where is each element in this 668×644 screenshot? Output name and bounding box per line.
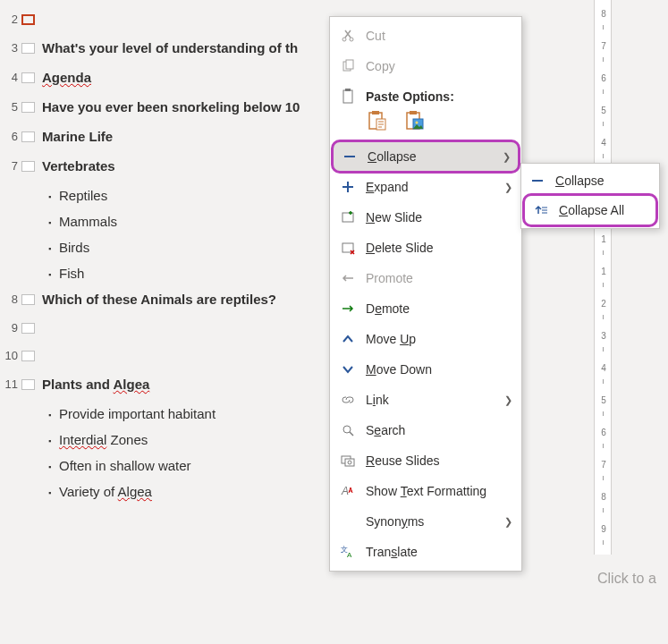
menu-label: Copy — [366, 59, 512, 73]
svg-rect-4 — [343, 90, 352, 103]
chevron-right-icon: ❯ — [504, 182, 512, 193]
scissors-icon — [339, 27, 357, 45]
menu-new-slide[interactable]: New Slide — [330, 202, 521, 233]
menu-translate[interactable]: 文A Translate — [330, 537, 521, 567]
menu-delete-slide[interactable]: Delete Slide — [330, 233, 521, 263]
svg-rect-21 — [345, 459, 354, 466]
move-up-icon — [339, 330, 357, 348]
submenu-collapse-all[interactable]: Collapse All — [522, 193, 658, 227]
menu-label: Link — [366, 393, 504, 407]
paste-use-destination-icon[interactable] — [366, 109, 389, 132]
menu-label: Collapse — [555, 174, 652, 188]
ruler-label: 6 — [597, 73, 610, 83]
delete-slide-icon — [339, 239, 357, 257]
slide-title[interactable]: Plants and Algea — [42, 377, 149, 392]
slide-title[interactable]: What's your level of understanding of th — [42, 40, 298, 55]
slide-number: 6 — [0, 130, 18, 143]
submenu-collapse[interactable]: Collapse — [521, 166, 659, 195]
menu-show-text-formatting[interactable]: A Show Text Formatting — [330, 476, 521, 506]
menu-reuse-slides[interactable]: Reuse Slides — [330, 445, 521, 476]
svg-point-18 — [343, 426, 351, 433]
slide-title[interactable]: Marine Life — [42, 129, 113, 144]
reuse-slides-icon — [339, 452, 357, 470]
menu-move-up[interactable]: Move Up — [330, 324, 521, 354]
menu-label: Search — [366, 423, 512, 437]
ruler-label: 7 — [597, 41, 610, 51]
menu-label: Move Up — [366, 332, 512, 346]
menu-label: Demote — [366, 301, 512, 316]
slide-thumbnail-icon[interactable] — [21, 102, 35, 113]
ruler-label: 4 — [597, 138, 610, 148]
slide-number: 2 — [0, 13, 18, 26]
menu-label: Show Text Formatting — [366, 484, 512, 498]
slide-number: 8 — [0, 292, 18, 306]
menu-label: Move Down — [366, 362, 512, 377]
slide-number: 11 — [0, 377, 18, 391]
menu-link[interactable]: Link ❯ — [330, 385, 521, 415]
slide-thumbnail-icon[interactable] — [21, 131, 35, 142]
ruler-label: 3 — [597, 331, 610, 341]
menu-paste-options-row: Paste Options: — [330, 81, 521, 106]
collapse-submenu: Collapse Collapse All — [520, 163, 660, 229]
search-icon — [339, 421, 357, 439]
menu-demote[interactable]: Demote — [330, 293, 521, 324]
blank-icon — [339, 513, 357, 530]
demote-icon — [339, 300, 357, 318]
menu-promote[interactable]: Promote — [330, 263, 521, 293]
menu-label: New Slide — [366, 210, 512, 225]
menu-move-down[interactable]: Move Down — [330, 354, 521, 385]
ruler-label: 5 — [597, 395, 610, 405]
menu-paste-options-label: Paste Options: — [366, 89, 512, 104]
slide-thumbnail-icon[interactable] — [21, 43, 35, 54]
slide-thumbnail-icon[interactable] — [21, 379, 35, 390]
menu-label: Synonyms — [366, 514, 504, 529]
expand-icon — [339, 178, 357, 196]
slide-thumbnail-icon[interactable] — [21, 14, 35, 25]
svg-point-0 — [342, 38, 346, 41]
ruler-label: 8 — [597, 492, 610, 502]
slide-number: 7 — [0, 159, 18, 173]
slide-thumbnail-icon[interactable] — [21, 323, 35, 334]
chevron-right-icon: ❯ — [503, 151, 511, 163]
chevron-right-icon: ❯ — [504, 394, 512, 406]
ruler-label: 1 — [597, 267, 610, 276]
svg-text:A: A — [341, 485, 349, 497]
ruler-label: 1 — [597, 234, 610, 244]
menu-synonyms[interactable]: Synonyms ❯ — [330, 506, 521, 537]
vertical-ruler: 87654321123456789 — [594, 0, 612, 555]
svg-line-19 — [350, 432, 353, 436]
menu-label: Reuse Slides — [366, 453, 512, 468]
slide-thumbnail-icon[interactable] — [21, 161, 35, 172]
slide-title[interactable]: Have you ever been snorkeling below 10 — [42, 99, 300, 114]
slide-thumbnail-icon[interactable] — [21, 72, 35, 83]
ruler-label: 5 — [597, 106, 610, 115]
slide-thumbnail-icon[interactable] — [21, 351, 35, 361]
paste-options-row — [330, 106, 521, 141]
link-icon — [339, 391, 357, 409]
menu-search[interactable]: Search — [330, 415, 521, 445]
menu-copy[interactable]: Copy — [330, 51, 521, 81]
context-menu: Cut Copy Paste Options: Collapse ❯ Expan… — [329, 16, 522, 572]
menu-cut[interactable]: Cut — [330, 21, 521, 51]
menu-label: Promote — [366, 271, 512, 285]
slide-title[interactable]: Vertebrates — [42, 158, 115, 174]
menu-collapse[interactable]: Collapse ❯ — [331, 140, 520, 174]
slide-placeholder-text[interactable]: Click to a — [597, 571, 656, 587]
slide-number: 9 — [0, 321, 18, 335]
text-formatting-icon: A — [339, 482, 357, 500]
svg-rect-5 — [345, 89, 351, 91]
slide-number: 4 — [0, 71, 18, 84]
slide-title[interactable]: Agenda — [42, 70, 91, 85]
svg-rect-10 — [410, 111, 417, 114]
slide-title[interactable]: Which of these Animals are reptiles? — [42, 292, 276, 307]
slide-thumbnail-icon[interactable] — [21, 294, 35, 305]
paste-picture-icon[interactable] — [403, 109, 427, 132]
slide-number: 5 — [0, 100, 18, 114]
menu-expand[interactable]: Expand ❯ — [330, 172, 521, 202]
svg-rect-16 — [342, 213, 353, 222]
slide-number: 3 — [0, 41, 18, 55]
translate-icon: 文A — [339, 543, 357, 561]
chevron-right-icon: ❯ — [504, 516, 512, 528]
ruler-label: 8 — [597, 9, 610, 19]
menu-label: Cut — [366, 29, 512, 43]
